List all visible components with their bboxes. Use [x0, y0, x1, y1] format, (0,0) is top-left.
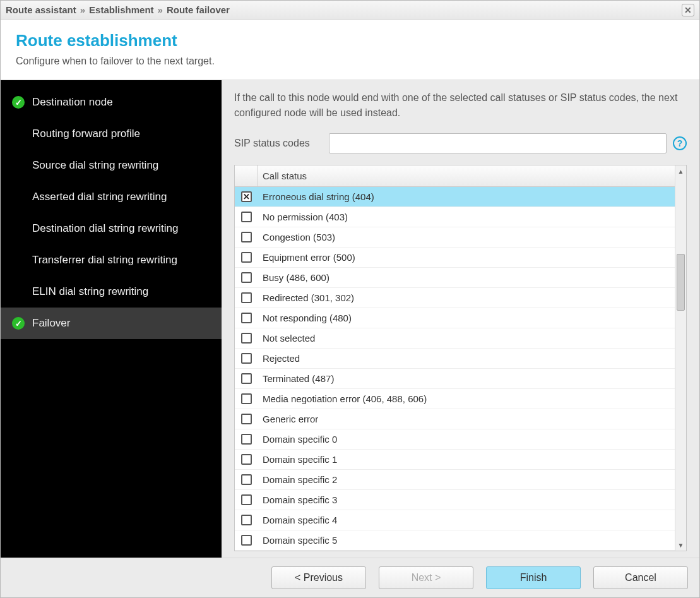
- checkbox-cell: [235, 252, 258, 263]
- checkbox[interactable]: [241, 191, 252, 202]
- scroll-down-icon[interactable]: ▼: [675, 539, 686, 551]
- checkbox[interactable]: [241, 292, 252, 303]
- next-button[interactable]: Next >: [379, 566, 473, 589]
- page-subtitle: Configure when to failover to the next t…: [16, 56, 684, 67]
- sip-codes-input[interactable]: [329, 133, 667, 153]
- checkbox-cell: [235, 333, 258, 344]
- checkbox[interactable]: [241, 333, 252, 344]
- checkbox[interactable]: [241, 252, 252, 263]
- cancel-button[interactable]: Cancel: [593, 566, 688, 589]
- table-row[interactable]: Redirected (301, 302): [235, 288, 675, 308]
- table-row[interactable]: Erroneous dial string (404): [235, 187, 675, 207]
- table-row[interactable]: Domain specific 5: [235, 530, 675, 551]
- grid-header: Call status: [235, 165, 675, 187]
- call-status-label: Domain specific 4: [258, 515, 337, 525]
- call-status-label: Domain specific 2: [258, 474, 337, 485]
- checkbox[interactable]: [241, 232, 252, 242]
- call-status-grid: Call status Erroneous dial string (404)N…: [234, 165, 687, 551]
- sidebar-item-label: Source dial string rewriting: [32, 159, 158, 172]
- grid-scrollbar[interactable]: ▲ ▼: [675, 165, 686, 551]
- sidebar-item[interactable]: ✓Routing forward profile: [1, 118, 222, 150]
- breadcrumb-3: Route failover: [167, 4, 230, 15]
- sidebar-item[interactable]: ✓Failover: [1, 308, 222, 339]
- checkbox[interactable]: [241, 272, 252, 283]
- checkbox-cell: [235, 474, 258, 485]
- call-status-label: Rejected: [258, 353, 300, 364]
- call-status-label: Not selected: [258, 333, 315, 344]
- sidebar-item-label: ELIN dial string rewriting: [32, 285, 148, 298]
- checkbox[interactable]: [241, 535, 252, 546]
- checkbox[interactable]: [241, 353, 252, 364]
- table-row[interactable]: Domain specific 0: [235, 429, 675, 450]
- checkbox[interactable]: [241, 414, 252, 424]
- breadcrumb-2: Establishment: [89, 4, 154, 15]
- call-status-label: Congestion (503): [258, 232, 335, 242]
- checkbox-cell: [235, 414, 258, 424]
- call-status-label: No permission (403): [258, 212, 348, 222]
- checkbox[interactable]: [241, 454, 252, 465]
- check-icon: ✓: [12, 317, 25, 330]
- checkbox-cell: [235, 434, 258, 445]
- scroll-up-icon[interactable]: ▲: [675, 165, 686, 177]
- breadcrumb-sep: »: [80, 4, 85, 15]
- call-status-label: Redirected (301, 302): [258, 292, 354, 303]
- table-row[interactable]: Congestion (503): [235, 227, 675, 248]
- sip-codes-row: SIP status codes ?: [234, 133, 687, 153]
- intro-text: If the call to this node would end with …: [234, 90, 687, 121]
- sidebar-item[interactable]: ✓Transferrer dial string rewriting: [1, 244, 222, 276]
- call-status-label: Busy (486, 600): [258, 272, 329, 283]
- header: Route establishment Configure when to fa…: [1, 20, 699, 80]
- checkbox[interactable]: [241, 515, 252, 525]
- checkbox[interactable]: [241, 434, 252, 445]
- table-row[interactable]: Terminated (487): [235, 369, 675, 389]
- check-icon: ✓: [12, 96, 25, 109]
- grid-body: Erroneous dial string (404)No permission…: [235, 187, 675, 551]
- sidebar-item[interactable]: ✓Source dial string rewriting: [1, 150, 222, 181]
- table-row[interactable]: Domain specific 3: [235, 490, 675, 510]
- checkbox-cell: [235, 313, 258, 323]
- checkbox-cell: [235, 272, 258, 283]
- checkbox[interactable]: [241, 373, 252, 384]
- table-row[interactable]: Equipment error (500): [235, 248, 675, 268]
- call-status-label: Domain specific 3: [258, 494, 337, 505]
- table-row[interactable]: Busy (486, 600): [235, 268, 675, 288]
- close-button[interactable]: ✕: [682, 4, 694, 16]
- table-row[interactable]: Domain specific 2: [235, 470, 675, 490]
- table-row[interactable]: Not selected: [235, 328, 675, 349]
- table-row[interactable]: Media negotiation error (406, 488, 606): [235, 389, 675, 409]
- help-icon[interactable]: ?: [673, 136, 687, 150]
- sip-codes-label: SIP status codes: [234, 138, 329, 149]
- grid-header-label: Call status: [258, 170, 307, 181]
- checkbox[interactable]: [241, 474, 252, 485]
- sidebar-item[interactable]: ✓Destination dial string rewriting: [1, 213, 222, 244]
- call-status-label: Domain specific 1: [258, 454, 337, 465]
- close-icon: ✕: [684, 6, 692, 15]
- checkbox[interactable]: [241, 393, 252, 404]
- footer: < Previous Next > Finish Cancel: [1, 558, 699, 597]
- table-row[interactable]: Generic error: [235, 409, 675, 429]
- checkbox[interactable]: [241, 212, 252, 222]
- finish-button[interactable]: Finish: [486, 566, 581, 589]
- table-row[interactable]: No permission (403): [235, 207, 675, 227]
- sidebar-item-label: Transferrer dial string rewriting: [32, 254, 177, 266]
- call-status-label: Media negotiation error (406, 488, 606): [258, 393, 427, 404]
- checkbox[interactable]: [241, 313, 252, 323]
- table-row[interactable]: Domain specific 1: [235, 450, 675, 470]
- table-row[interactable]: Not responding (480): [235, 308, 675, 328]
- sidebar-item[interactable]: ✓Destination node: [1, 87, 222, 118]
- titlebar: Route assistant » Establishment » Route …: [1, 1, 699, 20]
- checkbox-cell: [235, 515, 258, 525]
- checkbox-cell: [235, 212, 258, 222]
- sidebar-item[interactable]: ✓ELIN dial string rewriting: [1, 276, 222, 308]
- sidebar-item[interactable]: ✓Asserted dial string rewriting: [1, 181, 222, 213]
- grid-header-checkbox-col: [235, 165, 258, 186]
- previous-button[interactable]: < Previous: [271, 566, 366, 589]
- breadcrumb-1: Route assistant: [6, 4, 76, 15]
- table-row[interactable]: Domain specific 4: [235, 510, 675, 530]
- scroll-thumb[interactable]: [677, 254, 685, 311]
- checkbox-cell: [235, 454, 258, 465]
- table-row[interactable]: Rejected: [235, 349, 675, 369]
- checkbox-cell: [235, 494, 258, 505]
- checkbox[interactable]: [241, 494, 252, 505]
- sidebar-item-label: Routing forward profile: [32, 128, 140, 140]
